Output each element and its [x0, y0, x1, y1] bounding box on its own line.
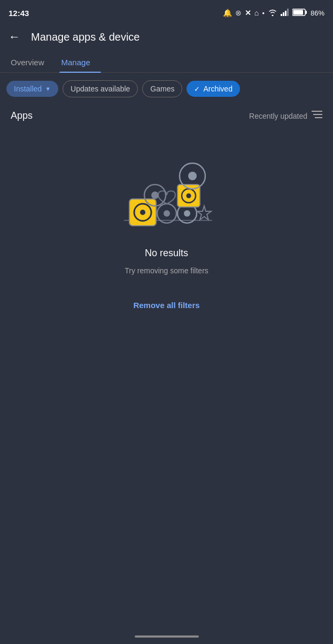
- bottom-pill: [135, 635, 199, 638]
- sort-icon: [312, 110, 322, 121]
- svg-rect-6: [293, 10, 303, 14]
- status-icons: 🔔 ⊗ ✕ ⌂ ● 86%: [223, 9, 324, 18]
- back-button[interactable]: ←: [6, 28, 22, 46]
- empty-state: No results Try removing some filters Rem…: [0, 127, 333, 325]
- tab-manage[interactable]: Manage: [59, 52, 101, 72]
- app-header: ← Manage apps & device: [0, 24, 333, 52]
- chip-archived[interactable]: ✓ Archived: [187, 81, 239, 97]
- chip-installed-arrow: ▼: [45, 86, 51, 92]
- wifi-icon: [268, 9, 277, 18]
- no-results-subtitle: Try removing some filters: [125, 266, 208, 275]
- battery-icon: [292, 9, 307, 18]
- svg-marker-18: [197, 206, 211, 220]
- chip-installed-label: Installed: [14, 85, 42, 93]
- no-results-title: No results: [145, 248, 188, 259]
- svg-point-15: [164, 210, 170, 217]
- bottom-bar: [0, 629, 333, 644]
- svg-rect-5: [305, 11, 307, 14]
- svg-rect-1: [283, 12, 284, 16]
- empty-illustration: [113, 148, 220, 234]
- home-icon: ⌂: [254, 9, 259, 17]
- svg-point-17: [184, 210, 190, 217]
- svg-point-13: [140, 210, 145, 215]
- page-title: Manage apps & device: [31, 31, 140, 43]
- section-header: Apps Recently updated: [0, 105, 333, 127]
- svg-rect-0: [281, 14, 282, 16]
- tab-bar: Overview Manage: [0, 52, 333, 73]
- svg-point-23: [186, 194, 191, 198]
- status-time: 12:43: [9, 9, 29, 18]
- sort-control[interactable]: Recently updated: [249, 110, 322, 121]
- section-title: Apps: [11, 110, 33, 121]
- chip-archived-check: ✓: [194, 85, 200, 93]
- chip-games[interactable]: Games: [142, 80, 182, 97]
- svg-point-25: [188, 172, 197, 180]
- sort-label: Recently updated: [249, 112, 307, 120]
- svg-rect-3: [287, 9, 289, 16]
- dot-icon: ●: [262, 11, 265, 16]
- threads-icon: ⊗: [235, 9, 242, 17]
- battery-percent: 86%: [311, 9, 324, 17]
- chip-installed[interactable]: Installed ▼: [6, 81, 58, 97]
- svg-point-20: [151, 191, 159, 199]
- svg-rect-2: [285, 11, 286, 16]
- x-icon: ✕: [245, 9, 251, 17]
- tab-overview[interactable]: Overview: [9, 52, 55, 72]
- chip-updates-available[interactable]: Updates available: [63, 80, 138, 97]
- status-bar: 12:43 🔔 ⊗ ✕ ⌂ ●: [0, 0, 333, 24]
- signal-icon: [281, 9, 289, 18]
- remove-filters-button[interactable]: Remove all filters: [125, 296, 208, 314]
- filter-row: Installed ▼ Updates available Games ✓ Ar…: [0, 73, 333, 105]
- notification-icon: 🔔: [223, 9, 232, 17]
